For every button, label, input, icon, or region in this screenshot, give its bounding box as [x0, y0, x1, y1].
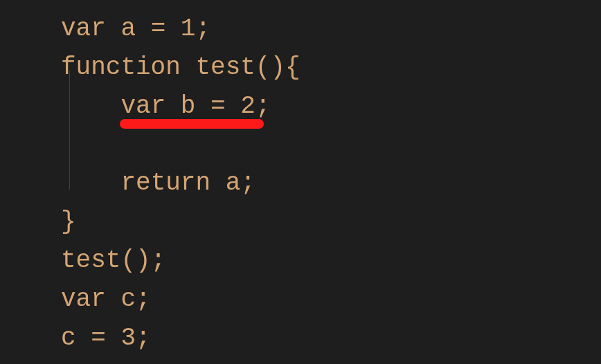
semicolon: ;: [151, 246, 166, 275]
identifier-b: b: [165, 92, 210, 120]
operator-equals: =: [210, 92, 226, 120]
semicolon: ;: [240, 169, 255, 197]
identifier-c: c: [61, 324, 91, 352]
number-literal: 3: [106, 324, 136, 352]
identifier-a: a: [210, 169, 240, 197]
parentheses: (): [255, 53, 285, 82]
code-line-2: function test(){: [61, 48, 601, 87]
keyword-return: return: [120, 169, 210, 197]
semicolon: ;: [136, 285, 151, 313]
semicolon: ;: [195, 15, 210, 43]
keyword-var: var: [61, 285, 106, 313]
keyword-function: function: [61, 53, 181, 82]
operator-equals: =: [151, 15, 166, 43]
keyword-var: var: [61, 15, 106, 43]
indent-guide-line: [69, 71, 70, 190]
operator-equals: =: [91, 324, 106, 352]
identifier-c: c: [106, 285, 136, 313]
brace-close: }: [61, 208, 76, 236]
code-line-4: return a;: [61, 164, 601, 203]
code-line-5: }: [61, 203, 601, 242]
code-line-8: c = 3;: [61, 319, 601, 358]
number-literal: 1: [165, 15, 195, 43]
semicolon: ;: [136, 324, 151, 352]
identifier-test: test: [181, 53, 255, 82]
identifier-a: a: [106, 15, 151, 43]
keyword-var: var: [120, 92, 165, 120]
code-line-6: test();: [61, 242, 601, 280]
code-line-7: var c;: [61, 280, 601, 319]
brace-open: {: [285, 53, 300, 82]
parentheses: (): [120, 246, 150, 275]
identifier-test: test: [61, 246, 120, 275]
code-line-1: var a = 1;: [61, 10, 601, 48]
number-literal: 2: [226, 92, 255, 120]
red-underline-annotation: [120, 119, 264, 129]
blank-line: [61, 125, 601, 164]
semicolon: ;: [255, 92, 271, 120]
